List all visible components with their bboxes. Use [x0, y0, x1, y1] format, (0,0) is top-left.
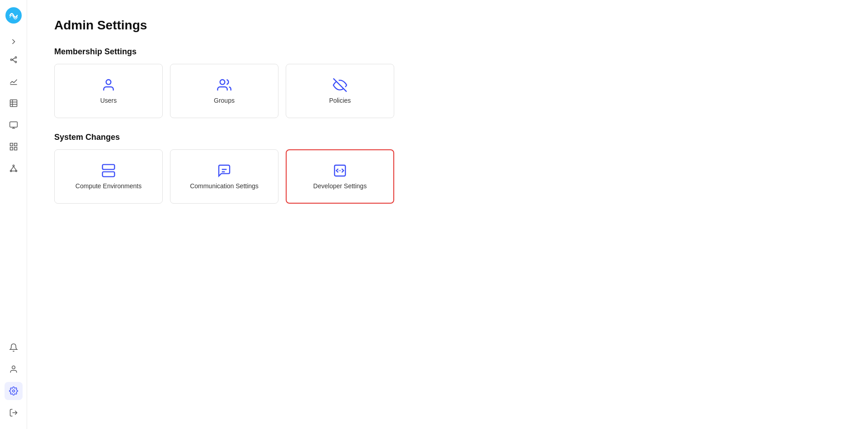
groups-card[interactable]: Groups	[170, 64, 278, 118]
system-cards: Compute Environments Communication Setti…	[54, 149, 841, 204]
user-icon	[9, 365, 18, 374]
system-section-title: System Changes	[54, 133, 841, 142]
table-icon	[9, 99, 18, 108]
svg-point-2	[15, 57, 16, 58]
chevron-right-icon	[9, 37, 18, 46]
developer-card-label: Developer Settings	[313, 182, 367, 190]
groups-card-label: Groups	[214, 97, 235, 104]
sidebar-item-grid[interactable]	[5, 138, 23, 156]
svg-point-24	[12, 366, 15, 369]
communication-card[interactable]: Communication Settings	[170, 149, 278, 204]
sidebar-item-settings[interactable]	[5, 382, 23, 400]
svg-rect-31	[103, 172, 115, 177]
sidebar-item-monitor[interactable]	[5, 116, 23, 134]
policies-card-label: Policies	[329, 97, 351, 104]
svg-rect-17	[14, 148, 17, 150]
chat-card-icon	[217, 163, 231, 178]
code-card-icon	[333, 163, 347, 178]
group-card-icon	[217, 78, 231, 92]
svg-point-18	[13, 165, 14, 167]
sidebar	[0, 0, 27, 429]
sidebar-bottom	[5, 331, 23, 422]
sidebar-item-logout[interactable]	[5, 404, 23, 422]
svg-point-27	[106, 80, 111, 85]
svg-line-22	[14, 167, 16, 170]
membership-cards: Users Groups	[54, 64, 841, 118]
users-card[interactable]: Users	[54, 64, 163, 118]
app-logo[interactable]	[5, 7, 22, 24]
svg-rect-7	[10, 100, 17, 107]
bell-icon	[9, 343, 18, 352]
svg-point-28	[220, 80, 225, 85]
svg-rect-11	[9, 122, 17, 127]
svg-rect-16	[10, 148, 13, 150]
sidebar-toggle[interactable]	[5, 33, 23, 51]
svg-point-3	[15, 61, 16, 62]
main-content: Admin Settings Membership Settings Users	[27, 0, 868, 429]
compute-card[interactable]: Compute Environments	[54, 149, 163, 204]
svg-line-4	[12, 58, 15, 60]
svg-line-5	[12, 60, 15, 62]
eye-off-card-icon	[333, 78, 347, 92]
sidebar-item-notifications[interactable]	[5, 338, 23, 357]
sidebar-item-profile[interactable]	[5, 360, 23, 378]
membership-section-title: Membership Settings	[54, 47, 841, 57]
metrics-icon	[9, 77, 18, 86]
sidebar-item-network[interactable]	[5, 159, 23, 177]
sidebar-item-metrics[interactable]	[5, 72, 23, 91]
svg-point-1	[10, 59, 12, 60]
sidebar-item-table[interactable]	[5, 94, 23, 112]
communication-card-label: Communication Settings	[190, 182, 259, 190]
svg-point-25	[12, 390, 14, 392]
monitor-icon	[9, 120, 18, 129]
sidebar-item-connections[interactable]	[5, 51, 23, 69]
policies-card[interactable]: Policies	[286, 64, 394, 118]
compute-card-label: Compute Environments	[75, 182, 142, 190]
system-section: System Changes Compute Environments	[54, 133, 841, 204]
developer-card[interactable]: Developer Settings	[286, 149, 394, 204]
gear-icon	[9, 386, 18, 396]
logout-icon	[9, 408, 18, 417]
sidebar-nav	[5, 51, 23, 331]
connections-icon	[9, 55, 18, 64]
grid-icon	[9, 142, 18, 151]
membership-section: Membership Settings Users	[54, 47, 841, 118]
svg-line-21	[11, 167, 14, 170]
network-icon	[9, 164, 18, 173]
users-card-label: Users	[100, 97, 117, 104]
svg-rect-15	[14, 143, 17, 146]
svg-rect-30	[103, 165, 115, 170]
user-card-icon	[101, 78, 116, 92]
server-card-icon	[101, 163, 116, 178]
svg-rect-14	[10, 143, 13, 146]
page-title: Admin Settings	[54, 18, 841, 33]
